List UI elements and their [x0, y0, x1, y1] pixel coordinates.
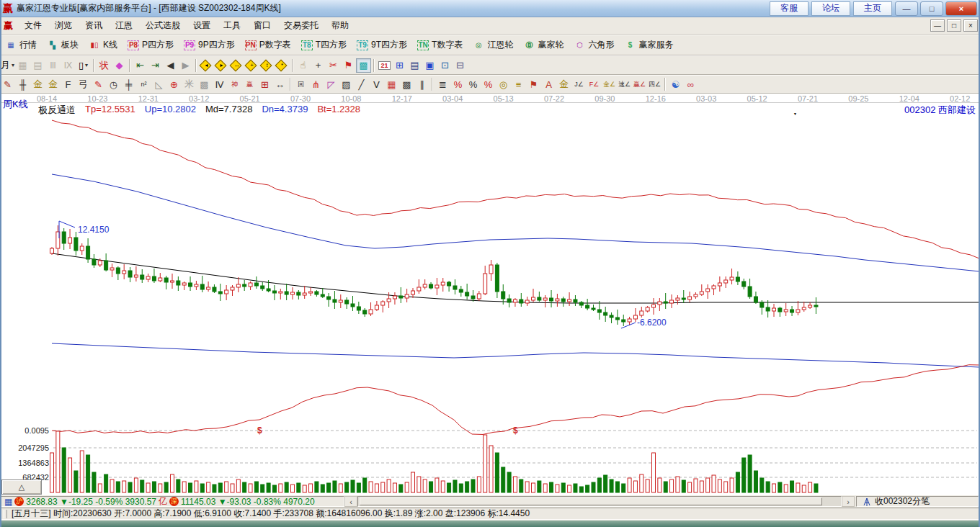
- minimize-button[interactable]: —: [895, 1, 918, 16]
- n-square-tool[interactable]: n²: [136, 77, 151, 91]
- crosshair-circle-tool[interactable]: ⊕: [166, 77, 182, 91]
- export-button[interactable]: ⊡: [437, 58, 453, 73]
- cut-tool-button[interactable]: ✂: [326, 58, 341, 73]
- gold-lines-tool[interactable]: ≡: [511, 77, 526, 91]
- sectors-button[interactable]: ▚板块: [42, 37, 84, 53]
- kline3-disabled-icon[interactable]: Ⅲ: [45, 58, 61, 73]
- win-grid-tool[interactable]: 赢: [242, 77, 257, 91]
- color-chart-button[interactable]: ◆: [112, 58, 127, 73]
- fibonacci-grid-tool[interactable]: F: [61, 77, 76, 91]
- winner-service-button[interactable]: $赢家服务: [619, 37, 678, 53]
- scroll-left-button[interactable]: ‹: [344, 496, 357, 507]
- zigzag-tool[interactable]: Ⅴ: [369, 77, 384, 91]
- level-steps-tool[interactable]: ≣: [435, 77, 450, 91]
- save-button[interactable]: ▣: [422, 58, 437, 73]
- t-number-button[interactable]: TNT数字表: [412, 37, 468, 53]
- red-mesh-tool[interactable]: ▦: [384, 77, 399, 91]
- close-button[interactable]: ×: [945, 1, 977, 16]
- last-page-button[interactable]: ⇥: [148, 58, 163, 73]
- first-page-button[interactable]: ⇤: [133, 58, 148, 73]
- percent-fan-tool[interactable]: %: [450, 77, 466, 91]
- gold-level-tool[interactable]: 金: [556, 77, 571, 91]
- trend-ray-tool[interactable]: ╱: [354, 77, 369, 91]
- scale-lines-tool[interactable]: ╪: [121, 77, 136, 91]
- f-angle-tool[interactable]: F∠: [587, 77, 602, 91]
- grid-scale-tool[interactable]: ╫: [15, 77, 30, 91]
- red-pen-tool[interactable]: ✎: [91, 77, 106, 91]
- star-rays-tool[interactable]: 米: [182, 77, 197, 91]
- scrollbar-track[interactable]: [357, 496, 842, 507]
- gold-grid2-tool[interactable]: 金: [45, 77, 61, 91]
- a-frame-tool[interactable]: A: [541, 77, 556, 91]
- spiral-tool[interactable]: 弓: [76, 77, 91, 91]
- report-disabled-icon[interactable]: ▤: [30, 58, 45, 73]
- shen-grid-tool[interactable]: 神: [227, 77, 242, 91]
- kline9-disabled-icon[interactable]: Ⅸ: [61, 58, 76, 73]
- p9-square-button[interactable]: P99P四方形: [179, 37, 240, 53]
- restore-button[interactable]: □: [920, 1, 943, 16]
- calculator-button[interactable]: ⊞: [392, 58, 407, 73]
- print-button[interactable]: ⊟: [453, 58, 468, 73]
- fan-rays-tool[interactable]: ⋔: [308, 77, 324, 91]
- next-bar-button[interactable]: ▶: [178, 58, 193, 73]
- pattern-tool-button[interactable]: ▩: [356, 58, 371, 73]
- calendar-button[interactable]: 21: [377, 58, 392, 73]
- quotes-button[interactable]: ▦行情: [0, 37, 42, 53]
- time-circle-tool[interactable]: ◷: [106, 77, 121, 91]
- grid-box-tool[interactable]: ▩: [197, 77, 212, 91]
- child-minimize-button[interactable]: —: [930, 19, 945, 32]
- mesh-arrow-tool[interactable]: ▩: [399, 77, 414, 91]
- menu-tools[interactable]: 工具: [217, 18, 247, 33]
- layout-disabled-icon[interactable]: ▦: [15, 58, 30, 73]
- menu-browse[interactable]: 浏览: [48, 18, 79, 33]
- j-angle-tool[interactable]: J∠: [571, 77, 587, 91]
- p-number-button[interactable]: PNP数字表: [240, 37, 296, 53]
- home-button[interactable]: 主页: [853, 1, 892, 16]
- menu-trade[interactable]: 交易委托: [277, 18, 325, 33]
- region-flag-button[interactable]: ⚑: [341, 58, 356, 73]
- child-restore-button[interactable]: □: [947, 19, 961, 32]
- pen-tool[interactable]: ✎: [0, 77, 15, 91]
- menu-formula-pick[interactable]: 公式选股: [139, 18, 187, 33]
- prev-bar-button[interactable]: ◀: [163, 58, 178, 73]
- ruler-count-tool[interactable]: ⊞: [257, 77, 272, 91]
- notes-button[interactable]: ▤: [407, 58, 422, 73]
- expand-all-diamond[interactable]: *: [275, 59, 290, 71]
- t9-square-button[interactable]: T99T四方形: [352, 37, 412, 53]
- expand-horizontal-diamond[interactable]: ↔: [229, 59, 244, 71]
- hand-drag-button[interactable]: ☝: [295, 58, 311, 73]
- infinity-button[interactable]: ∞: [683, 77, 698, 91]
- fan-corner-tool[interactable]: ◸: [324, 77, 339, 91]
- four-angle-tool[interactable]: 四∠: [647, 77, 662, 91]
- angle-ruler-tool[interactable]: ◺: [151, 77, 166, 91]
- expand-right-diamond[interactable]: ▸: [214, 59, 229, 71]
- quote-grid-icon[interactable]: ▦: [4, 497, 12, 507]
- zhuang-tool-button[interactable]: 状: [97, 58, 112, 73]
- win-angle-tool[interactable]: 赢∠: [632, 77, 647, 91]
- gold-grid-tool[interactable]: 金: [30, 77, 45, 91]
- pen-flag-tool[interactable]: ⚑: [526, 77, 541, 91]
- chart-scrollbar[interactable]: ‹ ›: [344, 496, 855, 507]
- candle-style-dropdown[interactable]: ▯▾: [76, 58, 91, 73]
- crosshair-button[interactable]: +: [311, 58, 326, 73]
- speed-angle-tool[interactable]: 速∠: [617, 77, 632, 91]
- percent-lines-tool[interactable]: %: [481, 77, 496, 91]
- volume-toggle-button[interactable]: △: [1, 479, 42, 495]
- period-month-dropdown[interactable]: 月▾: [0, 58, 15, 73]
- span-arrow-tool[interactable]: ↔: [272, 77, 288, 91]
- forum-button[interactable]: 论坛: [811, 1, 850, 16]
- parallel-tool[interactable]: ∥: [414, 77, 429, 91]
- compress-left-diamond[interactable]: ◂: [199, 59, 214, 71]
- k-count-tool[interactable]: Ⅳ: [212, 77, 227, 91]
- percent-tool[interactable]: %: [466, 77, 481, 91]
- compress-all-diamond[interactable]: +: [244, 59, 259, 71]
- menu-file[interactable]: 文件: [18, 18, 48, 33]
- hexagon-button[interactable]: ⬡六角形: [569, 37, 619, 53]
- menu-settings[interactable]: 设置: [187, 18, 217, 33]
- shaded-box-tool[interactable]: ▨: [339, 77, 354, 91]
- expand-vertical-diamond[interactable]: ↕: [259, 59, 275, 71]
- menu-window[interactable]: 窗口: [247, 18, 277, 33]
- support-button[interactable]: 客服: [770, 1, 808, 16]
- shenzhen-index-icon[interactable]: 深: [169, 497, 179, 506]
- t-square-button[interactable]: T8T四方形: [296, 37, 352, 53]
